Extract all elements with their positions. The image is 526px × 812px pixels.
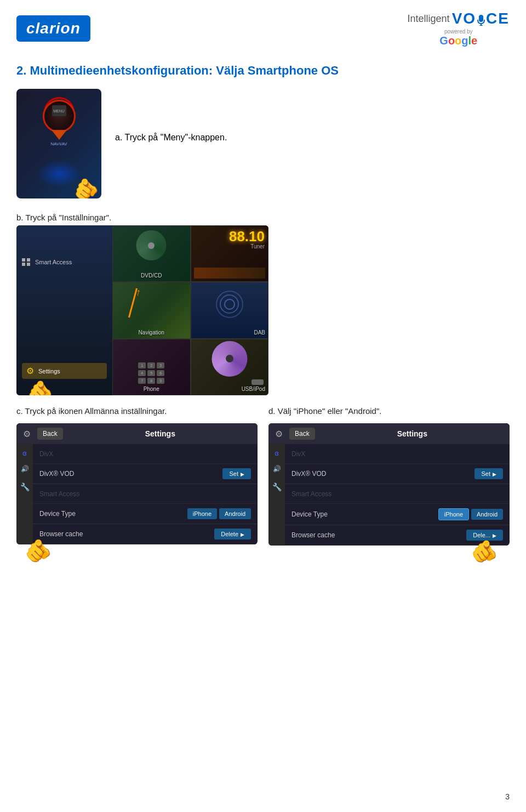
wrench-icon-c: 🔧 <box>20 482 30 491</box>
settings-gear-icon-c: ⚙ <box>23 429 31 439</box>
back-button-d[interactable]: Back <box>289 428 315 440</box>
set-button-d[interactable]: Set <box>474 468 503 479</box>
settings-panel-d: ⚙ Back Settings ɞ 🔊 🔧 <box>268 423 510 546</box>
iv-intelligent-text: Intelligent <box>408 13 450 25</box>
divx-label-d: DivX <box>291 450 503 458</box>
step-b-image: Smart Access ⚙ Settings 🫵 DVD/CD <box>0 225 526 401</box>
iv-logo: Intelligent VOCE powered by Google <box>408 10 510 47</box>
dab-label: DAB <box>254 330 265 336</box>
step-c-label: c. Tryck på ikonen Allmänna inställninga… <box>16 406 258 416</box>
speaker-icon-d: 🔊 <box>273 465 281 473</box>
bluetooth-icon-d: ɞ <box>275 450 279 457</box>
set-button-c[interactable]: Set <box>222 468 251 479</box>
delete-button-c[interactable]: Delete <box>214 529 251 540</box>
settings-title-c: Settings <box>70 429 251 438</box>
settings-title-d: Settings <box>322 429 503 438</box>
settings-header-c: ⚙ Back Settings <box>16 423 258 444</box>
cache-label-c: Browser cache <box>39 530 212 538</box>
smartaccess-label-d: Smart Access <box>291 490 503 498</box>
phone-label: Phone <box>144 386 159 392</box>
vod-label-d: DivX® VOD <box>291 470 472 478</box>
bluetooth-icon-c: ɞ <box>22 450 27 457</box>
page-title: 2. Multimedieenhetskonfiguration: Välja … <box>0 53 526 83</box>
settings-row-smartaccess-c: Smart Access <box>33 484 258 504</box>
usb-ipod-label: USB/iPod <box>242 386 265 392</box>
dvd-cd-label: DVD/CD <box>141 272 162 279</box>
step-a-device-image: MENU NAVI/AV 🫵 <box>16 89 104 198</box>
hand-pointer-d: 🫵 <box>469 537 500 567</box>
android-button-c[interactable]: Android <box>219 508 251 519</box>
clarion-logo: clarion <box>16 15 90 42</box>
microphone-icon <box>477 14 485 26</box>
page-number: 3 <box>505 792 510 801</box>
divx-label-c: DivX <box>39 450 251 458</box>
settings-row-devicetype-c: Device Type iPhone Android <box>33 504 258 524</box>
wrench-icon-d: 🔧 <box>272 482 282 491</box>
step-d-label: d. Välj "iPhone" eller "Android". <box>268 406 510 416</box>
settings-gear-icon-d: ⚙ <box>275 429 283 439</box>
step-a-row: MENU NAVI/AV 🫵 a. Tryck på "Meny"-knappe… <box>0 83 526 204</box>
settings-row-smartaccess-d: Smart Access <box>285 484 510 504</box>
settings-panel-c: ⚙ Back Settings ɞ 🔊 🔧 <box>16 423 258 544</box>
settings-row-divx-d: DivX <box>285 444 510 464</box>
step-b-label: b. Tryck på "Inställningar". <box>0 208 526 225</box>
hand-pointer-a: 🫵 <box>71 175 101 198</box>
step-a-label: a. Tryck på "Meny"-knappen. <box>115 89 227 143</box>
google-logo: Google <box>439 35 477 47</box>
settings-row-cache-c: Browser cache Delete <box>33 524 258 544</box>
smartaccess-label-c: Smart Access <box>39 490 251 498</box>
iv-voice-text: VOCE <box>452 10 510 27</box>
hand-pointer-b: 🫵 <box>27 379 53 395</box>
panel-c: ⚙ Back Settings ɞ 🔊 🔧 <box>16 423 258 573</box>
panel-d: ⚙ Back Settings ɞ 🔊 🔧 <box>268 423 510 573</box>
tuner-label: Tuner <box>250 243 265 249</box>
page-header: clarion Intelligent VOCE powered by Goog… <box>0 0 526 53</box>
settings-row-devicetype-d: Device Type iPhone Android <box>285 504 510 525</box>
navigation-label: Navigation <box>139 330 164 336</box>
android-button-d[interactable]: Android <box>471 509 503 520</box>
svg-rect-0 <box>479 15 483 22</box>
settings-header-d: ⚙ Back Settings <box>268 423 510 444</box>
iphone-button-c[interactable]: iPhone <box>187 508 217 519</box>
settings-row-vod-c: DivX® VOD Set <box>33 464 258 484</box>
iv-powered-text: powered by Google <box>439 29 477 47</box>
vod-label-c: DivX® VOD <box>39 470 220 478</box>
settings-row-divx-c: DivX <box>33 444 258 464</box>
iphone-button-d[interactable]: iPhone <box>438 508 469 520</box>
devicetype-label-c: Device Type <box>39 510 185 518</box>
speaker-icon-c: 🔊 <box>21 465 29 473</box>
cache-label-d: Browser cache <box>291 531 464 539</box>
tuner-freq: 88.10 <box>229 229 265 243</box>
hand-pointer-c: 🫵 <box>25 538 52 564</box>
step-cd-labels: c. Tryck på ikonen Allmänna inställninga… <box>0 401 526 418</box>
devicetype-label-d: Device Type <box>291 510 436 518</box>
settings-gear-icon: ⚙ <box>26 366 34 376</box>
back-button-c[interactable]: Back <box>37 428 63 440</box>
smart-access-label: Smart Access <box>35 259 72 265</box>
settings-row-vod-d: DivX® VOD Set <box>285 464 510 484</box>
bottom-panels: ⚙ Back Settings ɞ 🔊 🔧 <box>0 421 526 576</box>
settings-label: Settings <box>38 368 60 374</box>
